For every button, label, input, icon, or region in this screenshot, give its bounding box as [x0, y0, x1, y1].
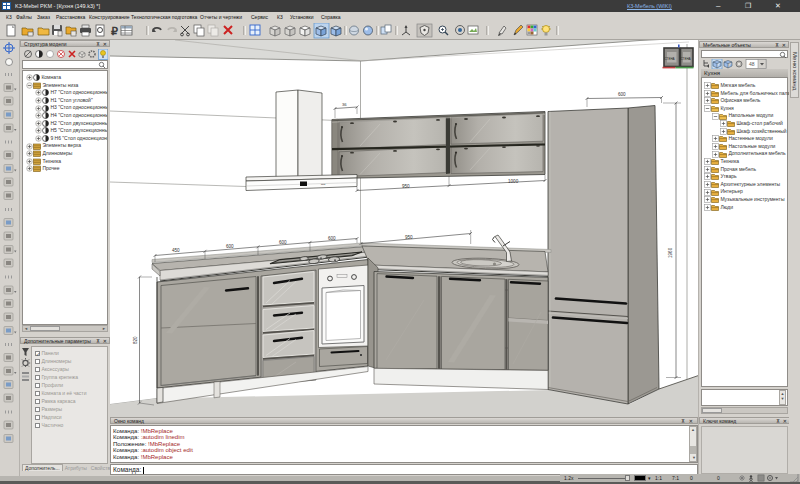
svg-text:48: 48	[749, 61, 755, 67]
svg-text:820: 820	[133, 336, 138, 344]
svg-text:₽: ₽	[111, 25, 118, 37]
svg-text:600: 600	[226, 244, 234, 249]
svg-text:450: 450	[172, 248, 180, 253]
svg-text:36: 36	[342, 102, 347, 107]
svg-text:950: 950	[402, 184, 410, 189]
svg-text:СТЕНА: СТЕНА	[665, 57, 675, 61]
svg-text:1000: 1000	[508, 179, 519, 184]
svg-text:600: 600	[328, 236, 336, 241]
svg-text:СТЕНА: СТЕНА	[681, 57, 691, 61]
svg-text:1960: 1960	[668, 247, 673, 258]
svg-text:950: 950	[405, 235, 413, 240]
svg-text:▪▪▪▪: ▪▪▪▪	[321, 182, 325, 186]
svg-text:600: 600	[618, 92, 626, 97]
svg-text:600: 600	[279, 240, 287, 245]
